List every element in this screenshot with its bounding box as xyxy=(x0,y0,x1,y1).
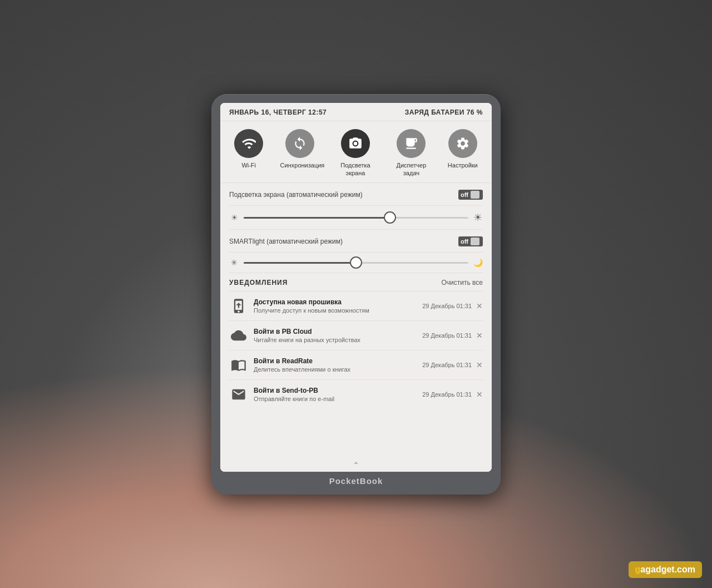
backlight-button[interactable]: Подсветка экрана xyxy=(336,129,375,177)
readrate-content: Войти в ReadRate Делитесь впечатлениями … xyxy=(254,357,417,373)
smartlight-cool-icon: 🌙 xyxy=(473,258,483,267)
firmware-meta: 29 Декабрь 01:31 ✕ xyxy=(422,302,483,310)
backlight-toggle-label: Подсветка экрана (автоматический режим) xyxy=(229,191,363,199)
wifi-icon xyxy=(234,129,263,158)
sync-label: Синхронизация xyxy=(280,161,319,169)
watermark: gagadget.com xyxy=(629,561,702,578)
gesture-chevron: ⌃ xyxy=(353,461,359,470)
taskmanager-label: Диспетчер задач xyxy=(392,161,431,177)
pbcloud-content: Войти в PB Cloud Читайте книги на разных… xyxy=(254,328,417,343)
sync-button[interactable]: Синхронизация xyxy=(280,129,319,177)
brightness-thumb[interactable] xyxy=(384,211,396,224)
sendtopb-title: Войти в Send-to-PB xyxy=(254,387,417,394)
pbcloud-icon xyxy=(229,326,248,345)
wifi-label: Wi-Fi xyxy=(241,161,256,169)
device-screen: ЯНВАРЬ 16, ЧЕТВЕРГ 12:57 ЗАРЯД БАТАРЕИ 7… xyxy=(220,103,492,472)
brightness-high-icon: ☀ xyxy=(473,211,483,224)
smartlight-toggle-switch[interactable]: off xyxy=(458,236,483,246)
backlight-toggle-switch[interactable]: off xyxy=(458,190,483,200)
date-time: ЯНВАРЬ 16, ЧЕТВЕРГ 12:57 xyxy=(229,108,327,116)
watermark-text: agadget.com xyxy=(640,565,695,574)
pbcloud-close[interactable]: ✕ xyxy=(476,331,483,340)
taskmanager-icon xyxy=(397,129,426,158)
readrate-date: 29 Декабрь 01:31 xyxy=(422,362,472,368)
readrate-title: Войти в ReadRate xyxy=(254,357,417,365)
smartlight-toggle-row: SMARTlight (автоматический режим) off xyxy=(229,230,483,253)
sendtopb-meta: 29 Декабрь 01:31 ✕ xyxy=(422,390,483,399)
pbcloud-meta: 29 Декабрь 01:31 ✕ xyxy=(422,331,483,340)
backlight-toggle-indicator xyxy=(471,191,479,199)
smartlight-slider-row: ✳ 🌙 xyxy=(229,253,483,273)
brightness-low-icon: ☀ xyxy=(229,213,239,222)
smartlight-toggle-indicator xyxy=(471,238,479,245)
brightness-fill xyxy=(244,217,390,219)
clear-all-button[interactable]: Очистить все xyxy=(442,279,483,286)
smartlight-fill xyxy=(244,262,356,264)
sendtopb-close[interactable]: ✕ xyxy=(476,390,483,399)
smartlight-thumb[interactable] xyxy=(350,256,362,269)
svg-point-0 xyxy=(354,141,358,145)
taskmanager-button[interactable]: Диспетчер задач xyxy=(392,129,431,177)
smartlight-warm-icon: ✳ xyxy=(229,258,239,267)
pbcloud-title: Войти в PB Cloud xyxy=(254,328,417,335)
sendtopb-subtitle: Отправляйте книги по e-mail xyxy=(254,396,417,402)
brightness-slider-track[interactable] xyxy=(244,217,468,219)
readrate-close[interactable]: ✕ xyxy=(476,360,483,369)
notification-list: Доступна новая прошивка Получите доступ … xyxy=(220,291,492,457)
firmware-title: Доступна новая прошивка xyxy=(254,298,417,306)
quick-actions-bar: Wi-Fi Синхронизация Подсветка экран xyxy=(220,121,492,184)
backlight-toggle-state: off xyxy=(461,191,468,198)
notification-item-pbcloud[interactable]: Войти в PB Cloud Читайте книги на разных… xyxy=(229,320,483,350)
readrate-meta: 29 Декабрь 01:31 ✕ xyxy=(422,360,483,369)
readrate-subtitle: Делитесь впечатлениями о книгах xyxy=(254,366,417,373)
readrate-icon xyxy=(229,355,248,374)
notifications-title: УВЕДОМЛЕНИЯ xyxy=(229,279,288,286)
firmware-subtitle: Получите доступ к новым возможностям xyxy=(254,307,417,314)
status-bar: ЯНВАРЬ 16, ЧЕТВЕРГ 12:57 ЗАРЯД БАТАРЕИ 7… xyxy=(220,103,492,121)
battery-status: ЗАРЯД БАТАРЕИ 76 % xyxy=(405,108,483,116)
settings-icon xyxy=(448,129,477,158)
controls-area: Подсветка экрана (автоматический режим) … xyxy=(220,183,492,291)
smartlight-toggle-state: off xyxy=(461,238,468,245)
sync-icon xyxy=(285,129,314,158)
sendtopb-date: 29 Декабрь 01:31 xyxy=(422,391,472,398)
backlight-toggle-row: Подсветка экрана (автоматический режим) … xyxy=(229,183,483,206)
pocketbook-device: ЯНВАРЬ 16, ЧЕТВЕРГ 12:57 ЗАРЯД БАТАРЕИ 7… xyxy=(211,94,501,495)
gesture-bar[interactable]: ⌃ xyxy=(220,457,492,472)
backlight-label: Подсветка экрана xyxy=(336,161,375,177)
watermark-g: g xyxy=(635,565,641,574)
pbcloud-date: 29 Декабрь 01:31 xyxy=(422,332,472,339)
brightness-slider-row: ☀ ☀ xyxy=(229,206,483,230)
backlight-icon xyxy=(341,129,370,158)
wifi-button[interactable]: Wi-Fi xyxy=(234,129,263,177)
firmware-icon xyxy=(229,297,248,315)
settings-button[interactable]: Настройки xyxy=(448,129,478,177)
notification-item-readrate[interactable]: Войти в ReadRate Делитесь впечатлениями … xyxy=(229,350,483,379)
notifications-header: УВЕДОМЛЕНИЯ Очистить все xyxy=(229,273,483,291)
firmware-close[interactable]: ✕ xyxy=(476,302,483,310)
notification-item-sendtopb[interactable]: Войти в Send-to-PB Отправляйте книги по … xyxy=(229,379,483,409)
notification-item-firmware[interactable]: Доступна новая прошивка Получите доступ … xyxy=(229,291,483,320)
sendtopb-content: Войти в Send-to-PB Отправляйте книги по … xyxy=(254,387,417,402)
pbcloud-subtitle: Читайте книги на разных устройствах xyxy=(254,337,417,343)
firmware-content: Доступна новая прошивка Получите доступ … xyxy=(254,298,417,314)
smartlight-toggle-label: SMARTlight (автоматический режим) xyxy=(229,238,343,245)
firmware-date: 29 Декабрь 01:31 xyxy=(422,303,472,309)
settings-label: Настройки xyxy=(448,161,478,169)
smartlight-slider-track[interactable] xyxy=(244,262,468,264)
sendtopb-icon xyxy=(229,385,248,404)
brand-label: PocketBook xyxy=(329,476,383,486)
